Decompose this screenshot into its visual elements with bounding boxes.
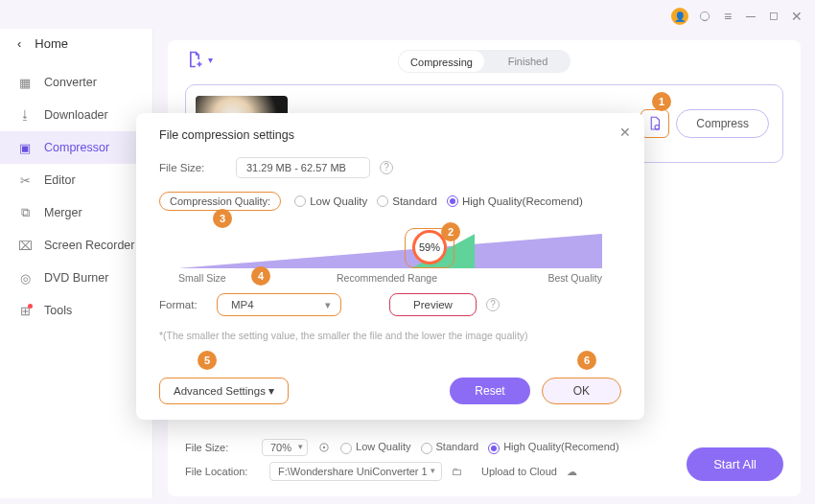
footer-radio-standard[interactable]: Standard [421, 441, 479, 453]
tab-bar: Compressing Finished [398, 50, 570, 73]
annotation-1: 1 [652, 92, 671, 111]
footer-radio-low[interactable]: Low Quality [340, 441, 410, 453]
sidebar-item-screen-recorder[interactable]: ⌧Screen Recorder [0, 229, 152, 262]
radio-label: Low Quality [356, 441, 410, 452]
file-size-field[interactable]: 31.29 MB - 62.57 MB [236, 157, 370, 178]
compress-button[interactable]: Compress [676, 109, 769, 138]
radio-label: High Quality(Recomend) [503, 441, 618, 452]
format-select[interactable]: MP4 [217, 293, 341, 316]
sidebar-item-label: Tools [44, 304, 72, 317]
compression-quality-label: Compression Quality: [159, 192, 281, 211]
scale-small: Small Size [178, 272, 226, 284]
menu-icon[interactable]: ≡ [721, 10, 734, 23]
file-size-label: File Size: [159, 162, 226, 173]
annotation-3: 3 [213, 209, 232, 228]
cloud-icon[interactable]: ☁ [567, 466, 577, 478]
merger-icon: ⧉ [17, 205, 33, 220]
sidebar-item-dvd-burner[interactable]: ◎DVD Burner [0, 262, 152, 294]
converter-icon: ▦ [17, 75, 33, 90]
svg-rect-1 [771, 13, 778, 20]
file-settings-button[interactable] [640, 109, 669, 138]
sidebar-item-label: Screen Recorder [44, 239, 135, 252]
preview-button[interactable]: Preview [389, 293, 477, 316]
chevron-down-icon: ▾ [268, 385, 274, 397]
scale-recommended: Recommended Range [337, 272, 437, 284]
download-icon: ⭳ [17, 107, 33, 123]
add-file-button[interactable]: ▾ [185, 50, 213, 69]
recorder-icon: ⌧ [17, 238, 33, 253]
radio-label: High Quality(Recomend) [462, 195, 583, 207]
radio-standard[interactable]: Standard [377, 195, 437, 208]
compress-icon: ▣ [17, 140, 33, 155]
radio-label: Low Quality [310, 195, 367, 207]
footer-location-field[interactable]: F:\Wondershare UniConverter 1 [269, 462, 442, 481]
scale-best: Best Quality [547, 272, 602, 284]
file-gear-icon [646, 115, 664, 132]
target-icon[interactable] [317, 441, 331, 454]
radio-low-quality[interactable]: Low Quality [294, 195, 367, 208]
sidebar-item-downloader[interactable]: ⭳Downloader [0, 99, 152, 131]
back-home[interactable]: ‹ Home [0, 29, 152, 66]
help-icon[interactable]: ? [486, 298, 500, 311]
start-all-button[interactable]: Start All [687, 447, 783, 481]
minimize-icon[interactable]: ─ [744, 10, 757, 23]
footer-file-size-label: File Size: [185, 442, 252, 453]
support-icon[interactable] [698, 10, 711, 23]
annotation-2: 2 [441, 222, 460, 241]
sidebar: ‹ Home ▦Converter ⭳Downloader ▣Compresso… [0, 29, 153, 498]
help-icon[interactable]: ? [380, 161, 393, 174]
format-label: Format: [159, 299, 207, 310]
sidebar-item-editor[interactable]: ✂Editor [0, 164, 152, 196]
editor-icon: ✂ [17, 172, 33, 188]
advanced-label: Advanced Settings [174, 385, 266, 397]
annotation-5: 5 [198, 351, 217, 370]
slider-scale: Small Size Recommended Range Best Qualit… [178, 272, 602, 284]
window-controls: 👤 ≡ ─ ✕ [671, 8, 803, 25]
radio-label: Standard [392, 195, 437, 207]
radio-high-quality[interactable]: High Quality(Recomend) [447, 195, 583, 208]
svg-point-4 [323, 447, 325, 448]
quality-note: *(The smaller the setting value, the sma… [159, 330, 621, 341]
chevron-left-icon: ‹ [17, 36, 21, 51]
close-icon[interactable]: ✕ [790, 10, 803, 23]
svg-point-0 [700, 11, 709, 20]
annotation-6: 6 [577, 351, 596, 370]
reset-button[interactable]: Reset [450, 378, 529, 404]
dvd-icon: ◎ [17, 270, 33, 286]
ok-button[interactable]: OK [542, 378, 621, 404]
avatar[interactable]: 👤 [671, 8, 688, 25]
sidebar-item-compressor[interactable]: ▣Compressor [0, 131, 152, 164]
tab-compressing[interactable]: Compressing [399, 51, 484, 72]
upload-cloud-label: Upload to Cloud [481, 466, 557, 477]
sidebar-item-label: Editor [44, 173, 76, 187]
footer-file-size-select[interactable]: 70% [262, 439, 308, 456]
compression-settings-dialog: File compression settings ✕ File Size: 3… [136, 113, 644, 420]
sidebar-item-label: DVD Burner [44, 271, 108, 285]
dialog-title: File compression settings [159, 128, 621, 142]
footer-location-label: File Location: [185, 466, 260, 477]
quality-slider[interactable]: 59% Small Size Recommended Range Best Qu… [159, 224, 621, 278]
radio-label: Standard [436, 441, 479, 452]
annotation-4: 4 [251, 266, 270, 286]
sidebar-item-merger[interactable]: ⧉Merger [0, 196, 152, 229]
sidebar-item-label: Converter [44, 76, 97, 89]
chevron-down-icon: ▾ [208, 55, 213, 65]
folder-icon[interactable]: 🗀 [452, 466, 462, 477]
add-file-icon [185, 50, 204, 69]
footer-bar: File Size: 70% Low Quality Standard High… [185, 439, 783, 487]
notification-dot [28, 304, 33, 309]
sidebar-item-converter[interactable]: ▦Converter [0, 66, 152, 99]
svg-point-2 [655, 126, 660, 130]
advanced-settings-button[interactable]: Advanced Settings ▾ [159, 378, 289, 404]
back-label: Home [35, 36, 68, 51]
dialog-close-button[interactable]: ✕ [619, 125, 631, 140]
sidebar-item-label: Merger [44, 206, 82, 219]
sidebar-item-label: Compressor [44, 141, 109, 154]
sidebar-item-label: Downloader [44, 108, 108, 122]
slider-value: 59% [419, 241, 440, 253]
footer-radio-high[interactable]: High Quality(Recomend) [488, 441, 618, 453]
tab-finished[interactable]: Finished [485, 50, 570, 73]
sidebar-item-tools[interactable]: ⊞Tools [0, 294, 152, 327]
maximize-icon[interactable] [767, 10, 780, 23]
